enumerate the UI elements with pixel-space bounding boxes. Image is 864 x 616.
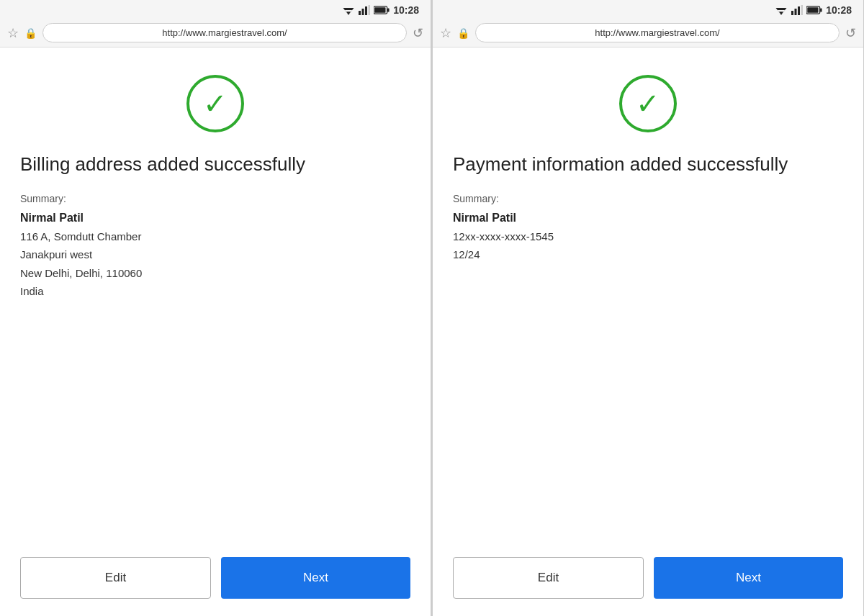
right-status-icons: 10:28 (775, 4, 852, 16)
wifi-icon (342, 5, 355, 15)
right-buttons-row: Edit Next (453, 534, 843, 599)
svg-rect-3 (359, 11, 361, 15)
left-status-icons: 10:28 (342, 4, 419, 16)
left-browser-bar: ☆ 🔒 http://www.margiestravel.com/ ↺ (0, 19, 431, 47)
right-card-number: 12xx-xxxx-xxxx-1545 (453, 230, 554, 243)
battery-icon (374, 6, 390, 14)
svg-rect-5 (365, 6, 367, 15)
left-checkmark-icon: ✓ (203, 89, 228, 118)
left-content: ✓ Billing address added successfully Sum… (0, 47, 431, 616)
left-address-line4: India (20, 285, 44, 297)
left-lock-icon: 🔒 (24, 27, 37, 39)
left-summary-address: 116 A, Somdutt Chamber Janakpuri west Ne… (20, 227, 410, 301)
svg-rect-13 (791, 11, 793, 15)
right-summary-label: Summary: (453, 193, 843, 204)
svg-rect-18 (820, 8, 822, 12)
svg-rect-6 (369, 5, 371, 15)
right-signal-icon (791, 5, 803, 15)
right-success-icon-wrap: ✓ (453, 75, 843, 132)
svg-marker-12 (779, 12, 783, 15)
svg-rect-8 (387, 8, 390, 12)
right-status-bar: 10:28 (433, 0, 863, 19)
right-success-title: Payment information added successfully (453, 153, 843, 177)
left-success-title: Billing address added successfully (20, 153, 410, 177)
left-edit-button[interactable]: Edit (20, 557, 211, 599)
left-reload-icon[interactable]: ↺ (413, 25, 423, 41)
right-browser-left-icons: ☆ 🔒 (440, 25, 469, 41)
left-summary-name: Nirmal Patil (20, 212, 410, 225)
left-address-line1: 116 A, Somdutt Chamber (20, 230, 141, 243)
left-summary-label: Summary: (20, 193, 410, 204)
right-battery-icon (806, 6, 822, 14)
left-address-line3: New Delhi, Delhi, 110060 (20, 267, 142, 279)
right-edit-button[interactable]: Edit (453, 557, 644, 599)
svg-marker-2 (346, 12, 351, 15)
right-star-icon[interactable]: ☆ (440, 25, 451, 41)
right-summary-name: Nirmal Patil (453, 212, 843, 225)
right-success-circle: ✓ (619, 75, 677, 132)
left-browser-left-icons: ☆ 🔒 (7, 25, 37, 41)
svg-rect-16 (801, 5, 804, 15)
right-reload-icon[interactable]: ↺ (845, 25, 856, 41)
right-expiry: 12/24 (453, 248, 480, 261)
svg-rect-9 (374, 7, 385, 13)
left-success-circle: ✓ (186, 75, 244, 132)
left-buttons-row: Edit Next (20, 534, 410, 599)
right-url-bar[interactable]: http://www.margiestravel.com/ (475, 23, 840, 42)
right-summary-payment: 12xx-xxxx-xxxx-1545 12/24 (453, 227, 843, 264)
signal-icon (359, 5, 370, 15)
right-time: 10:28 (826, 4, 852, 16)
left-time: 10:28 (393, 4, 419, 16)
right-content: ✓ Payment information added successfully… (433, 47, 863, 616)
svg-rect-15 (798, 6, 800, 15)
svg-rect-19 (807, 7, 818, 13)
left-star-icon[interactable]: ☆ (7, 25, 19, 41)
left-status-bar: 10:28 (0, 0, 431, 19)
left-panel: 10:28 ☆ 🔒 http://www.margiestravel.com/ … (0, 0, 431, 616)
right-checkmark-icon: ✓ (636, 89, 660, 118)
left-url-bar[interactable]: http://www.margiestravel.com/ (42, 23, 407, 42)
left-address-line2: Janakpuri west (20, 248, 92, 261)
right-panel: 10:28 ☆ 🔒 http://www.margiestravel.com/ … (433, 0, 864, 616)
right-browser-bar: ☆ 🔒 http://www.margiestravel.com/ ↺ (433, 19, 863, 47)
right-wifi-icon (775, 5, 788, 15)
left-next-button[interactable]: Next (221, 557, 410, 599)
right-lock-icon: 🔒 (457, 27, 469, 39)
right-next-button[interactable]: Next (654, 557, 843, 599)
svg-rect-14 (795, 9, 797, 15)
svg-rect-4 (362, 9, 364, 15)
left-success-icon-wrap: ✓ (20, 75, 410, 132)
